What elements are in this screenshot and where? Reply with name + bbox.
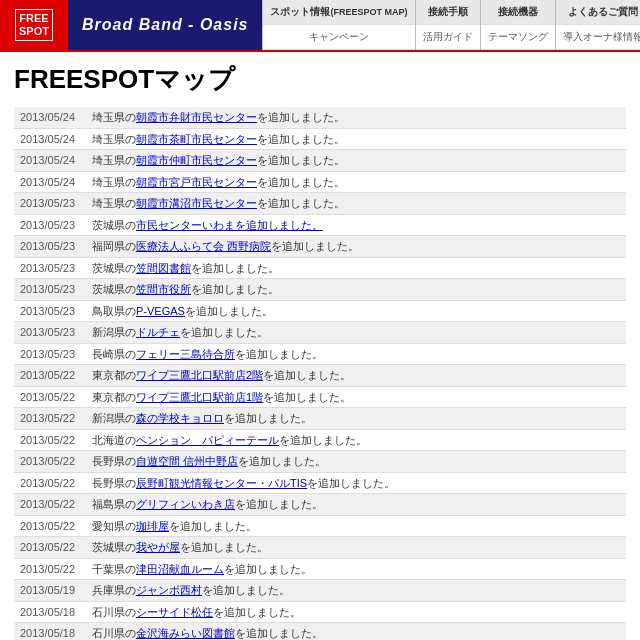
- table-row: 2013/05/23新潟県のドルチェを追加しました。: [14, 322, 626, 344]
- entry-suffix: を追加しました。: [169, 520, 257, 532]
- entry-link[interactable]: 笠間市役所: [136, 283, 191, 295]
- entry-prefix: 新潟県の: [92, 412, 136, 424]
- table-row: 2013/05/23鳥取県のP-VEGASを追加しました。: [14, 300, 626, 322]
- entry-date: 2013/05/18: [14, 601, 86, 623]
- entry-prefix: 愛知県の: [92, 520, 136, 532]
- entry-date: 2013/05/23: [14, 236, 86, 258]
- table-row: 2013/05/24埼玉県の朝霞市弁財市民センターを追加しました。: [14, 107, 626, 128]
- entry-link[interactable]: ワイプ三鷹北口駅前店2階: [136, 369, 263, 381]
- nav-owner-info[interactable]: 導入オーナ様情報: [556, 25, 641, 50]
- entry-prefix: 福島県の: [92, 498, 136, 510]
- entry-text: 石川県のシーサイド松任を追加しました。: [86, 601, 626, 623]
- entry-link[interactable]: ワイプ三鷹北口駅前店1階: [136, 391, 263, 403]
- table-row: 2013/05/24埼玉県の朝霞市仲町市民センターを追加しました。: [14, 150, 626, 172]
- nav-col-connect: 接続手順 活用ガイド: [415, 0, 480, 50]
- table-row: 2013/05/23長崎県のフェリー三島待合所を追加しました。: [14, 343, 626, 365]
- entry-suffix: を追加しました。: [279, 434, 367, 446]
- entry-text: 長崎県のフェリー三島待合所を追加しました。: [86, 343, 626, 365]
- entry-link[interactable]: シーサイド松任: [136, 606, 213, 618]
- entry-text: 北海道のペンション パピィーテールを追加しました。: [86, 429, 626, 451]
- entry-date: 2013/05/22: [14, 408, 86, 430]
- entry-prefix: 長野県の: [92, 477, 136, 489]
- entry-text: 長野県の自遊空間 信州中野店を追加しました。: [86, 451, 626, 473]
- entry-link[interactable]: 笠間図書館: [136, 262, 191, 274]
- table-row: 2013/05/23埼玉県の朝霞市溝沼市民センターを追加しました。: [14, 193, 626, 215]
- entry-text: 石川県の金沢海みらい図書館を追加しました。: [86, 623, 626, 641]
- entry-date: 2013/05/23: [14, 279, 86, 301]
- entry-suffix: を追加しました。: [238, 455, 326, 467]
- entry-date: 2013/05/22: [14, 537, 86, 559]
- entry-suffix: を追加しました。: [257, 154, 345, 166]
- nav-usage-guide[interactable]: 活用ガイド: [416, 25, 480, 50]
- entry-text: 茨城県の笠間市役所を追加しました。: [86, 279, 626, 301]
- entry-text: 茨城県の我やが屋を追加しました。: [86, 537, 626, 559]
- entry-date: 2013/05/24: [14, 150, 86, 172]
- entry-link[interactable]: 朝霞市仲町市民センター: [136, 154, 257, 166]
- entry-link[interactable]: 朝霞市茶町市民センター: [136, 133, 257, 145]
- entry-suffix: を追加しました。: [224, 412, 312, 424]
- nav-campaign[interactable]: キャンペーン: [263, 25, 414, 50]
- entry-date: 2013/05/22: [14, 386, 86, 408]
- entry-link[interactable]: フェリー三島待合所: [136, 348, 235, 360]
- entry-prefix: 長野県の: [92, 455, 136, 467]
- entry-prefix: 東京都の: [92, 369, 136, 381]
- entry-link[interactable]: 自遊空間 信州中野店: [136, 455, 238, 467]
- entry-link[interactable]: ペンション パピィーテール: [136, 434, 279, 446]
- table-row: 2013/05/19兵庫県のジャンボ西村を追加しました。: [14, 580, 626, 602]
- entry-date: 2013/05/22: [14, 494, 86, 516]
- table-row: 2013/05/23茨城県の笠間図書館を追加しました。: [14, 257, 626, 279]
- entry-prefix: 埼玉県の: [92, 197, 136, 209]
- nav-col-spot: スポット情報(FREESPOT MAP) キャンペーン: [262, 0, 414, 50]
- entry-link[interactable]: ドルチェ: [136, 326, 180, 338]
- nav-spot-info[interactable]: スポット情報(FREESPOT MAP): [263, 0, 414, 25]
- entry-link[interactable]: 金沢海みらい図書館: [136, 627, 235, 639]
- entry-suffix: を追加しました。: [235, 348, 323, 360]
- nav-faq[interactable]: よくあるご質問: [556, 0, 641, 25]
- entry-link[interactable]: グリフィンいわき店: [136, 498, 235, 510]
- entry-link[interactable]: P-VEGAS: [136, 305, 185, 317]
- logo-free: FREE: [19, 12, 49, 25]
- table-row: 2013/05/22東京都のワイプ三鷹北口駅前店1階を追加しました。: [14, 386, 626, 408]
- entry-link[interactable]: 朝霞市弁財市民センター: [136, 111, 257, 123]
- entry-link[interactable]: 医療法人ふらて会 西野病院: [136, 240, 271, 252]
- entry-link[interactable]: 我やが屋: [136, 541, 180, 553]
- nav-connect-procedure[interactable]: 接続手順: [416, 0, 480, 25]
- entry-link[interactable]: 森の学校キョロロ: [136, 412, 224, 424]
- entry-text: 茨城県の市民センターいわまを追加しました。: [86, 214, 626, 236]
- entry-suffix: を追加しました。: [257, 176, 345, 188]
- table-row: 2013/05/18石川県の金沢海みらい図書館を追加しました。: [14, 623, 626, 641]
- entry-link[interactable]: 津田沼献血ルーム: [136, 563, 224, 575]
- table-row: 2013/05/22茨城県の我やが屋を追加しました。: [14, 537, 626, 559]
- entry-text: 埼玉県の朝霞市弁財市民センターを追加しました。: [86, 107, 626, 128]
- entry-date: 2013/05/23: [14, 257, 86, 279]
- nav-device[interactable]: 接続機器: [481, 0, 555, 25]
- entry-prefix: 石川県の: [92, 627, 136, 639]
- entry-link[interactable]: 朝霞市宮戸市民センター: [136, 176, 257, 188]
- entry-link[interactable]: 市民センターいわまを追加しました。: [136, 219, 323, 231]
- entry-date: 2013/05/23: [14, 322, 86, 344]
- entry-prefix: 新潟県の: [92, 326, 136, 338]
- table-row: 2013/05/23茨城県の笠間市役所を追加しました。: [14, 279, 626, 301]
- table-row: 2013/05/22千葉県の津田沼献血ルームを追加しました。: [14, 558, 626, 580]
- brand-title: Broad Band - Oasis: [82, 16, 248, 34]
- entry-suffix: を追加しました。: [191, 262, 279, 274]
- logo-spot: SPOT: [19, 25, 49, 38]
- entry-link[interactable]: 辰野町観光情報センター・パルTIS: [136, 477, 307, 489]
- entries-table: 2013/05/24埼玉県の朝霞市弁財市民センターを追加しました。2013/05…: [14, 107, 626, 640]
- entry-suffix: を追加しました。: [271, 240, 359, 252]
- entry-link[interactable]: ジャンボ西村: [136, 584, 202, 596]
- entry-link[interactable]: 朝霞市溝沼市民センター: [136, 197, 257, 209]
- table-row: 2013/05/22東京都のワイプ三鷹北口駅前店2階を追加しました。: [14, 365, 626, 387]
- entry-link[interactable]: 珈琲屋: [136, 520, 169, 532]
- freespot-logo: FREE SPOT: [15, 9, 53, 41]
- entry-suffix: を追加しました。: [257, 133, 345, 145]
- table-row: 2013/05/22北海道のペンション パピィーテールを追加しました。: [14, 429, 626, 451]
- table-row: 2013/05/22長野県の辰野町観光情報センター・パルTISを追加しました。: [14, 472, 626, 494]
- entry-prefix: 埼玉県の: [92, 111, 136, 123]
- entry-date: 2013/05/23: [14, 193, 86, 215]
- nav-theme-song[interactable]: テーマソング: [481, 25, 555, 50]
- entry-suffix: を追加しました。: [263, 391, 351, 403]
- entry-text: 愛知県の珈琲屋を追加しました。: [86, 515, 626, 537]
- entry-prefix: 茨城県の: [92, 262, 136, 274]
- entry-prefix: 埼玉県の: [92, 154, 136, 166]
